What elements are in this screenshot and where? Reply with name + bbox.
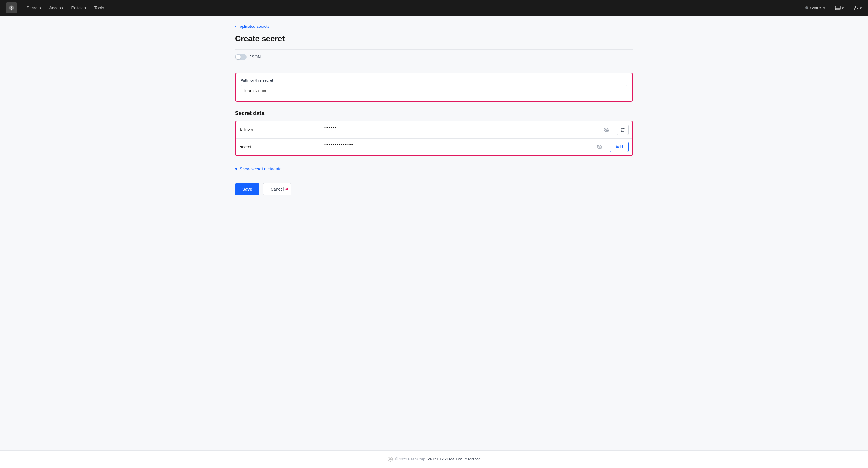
footer: © 2022 HashiCorp Vault 1.12.2+ent Docume… [0, 450, 868, 468]
actions-row: Save Cancel [235, 183, 633, 195]
kv-key-2 [236, 138, 320, 156]
nav-right: Status ▾ ▾ ▾ [805, 4, 862, 11]
status-dot [805, 6, 808, 9]
footer-copyright: © 2022 HashiCorp [396, 457, 425, 461]
metadata-chevron-icon: ▾ [235, 167, 237, 171]
display-chevron: ▾ [842, 6, 844, 10]
path-input[interactable] [241, 85, 627, 96]
nav-tools[interactable]: Tools [94, 5, 104, 10]
kv-value-wrap-2: •••••••••••••• [320, 138, 606, 156]
json-toggle[interactable] [235, 54, 247, 60]
metadata-toggle-label: Show secret metadata [240, 167, 281, 171]
nav-divider [830, 4, 830, 11]
nav-divider-2 [849, 4, 849, 11]
page-content: < replicated-secrets Create secret JSON … [223, 16, 645, 450]
kv-actions-2: Add [606, 138, 632, 156]
breadcrumb[interactable]: < replicated-secrets [235, 24, 633, 29]
save-button[interactable]: Save [235, 183, 259, 195]
top-nav: Secrets Access Policies Tools Status ▾ ▾… [0, 0, 868, 16]
json-toggle-row: JSON [235, 49, 633, 64]
kv-key-1 [236, 121, 320, 138]
kv-value-input-1[interactable]: •••••• [320, 121, 600, 138]
metadata-toggle-row[interactable]: ▾ Show secret metadata [235, 162, 633, 176]
status-label: Status [810, 6, 821, 10]
secret-data-section: •••••• [235, 121, 633, 156]
kv-row-1: •••••• [236, 121, 632, 138]
path-section: Path for this secret [235, 73, 633, 102]
svg-rect-3 [835, 6, 840, 10]
nav-user-btn[interactable]: ▾ [854, 5, 862, 10]
nav-policies[interactable]: Policies [71, 5, 86, 10]
kv-row-2: •••••••••••••• Add [236, 138, 632, 156]
kv-eye-btn-1[interactable] [600, 121, 613, 138]
nav-links: Secrets Access Policies Tools [27, 5, 104, 10]
footer-logo [388, 457, 393, 462]
nav-display-btn[interactable]: ▾ [835, 6, 844, 10]
kv-delete-btn-1[interactable] [617, 125, 629, 135]
kv-value-input-2[interactable]: •••••••••••••• [320, 138, 593, 156]
path-field-label: Path for this secret [241, 78, 627, 82]
user-chevron: ▾ [860, 6, 862, 10]
json-toggle-label: JSON [250, 55, 261, 59]
kv-value-wrap-1: •••••• [320, 121, 613, 138]
kv-key-input-2[interactable] [236, 138, 320, 156]
page-title: Create secret [235, 34, 633, 43]
nav-access[interactable]: Access [49, 5, 63, 10]
status-chevron: ▾ [823, 6, 825, 10]
secret-data-title: Secret data [235, 110, 633, 116]
svg-point-5 [855, 6, 857, 8]
kv-key-input-1[interactable] [236, 121, 320, 138]
footer-version[interactable]: Vault 1.12.2+ent [428, 457, 454, 461]
nav-status-btn[interactable]: Status ▾ [805, 6, 825, 10]
svg-marker-13 [389, 458, 392, 461]
nav-secrets[interactable]: Secrets [27, 5, 41, 10]
kv-eye-btn-2[interactable] [593, 138, 606, 156]
kv-actions-1 [613, 121, 632, 138]
arrow-annotation [283, 186, 298, 192]
nav-logo[interactable] [6, 2, 17, 13]
footer-docs[interactable]: Documentation [456, 457, 481, 461]
kv-add-btn[interactable]: Add [610, 142, 629, 152]
